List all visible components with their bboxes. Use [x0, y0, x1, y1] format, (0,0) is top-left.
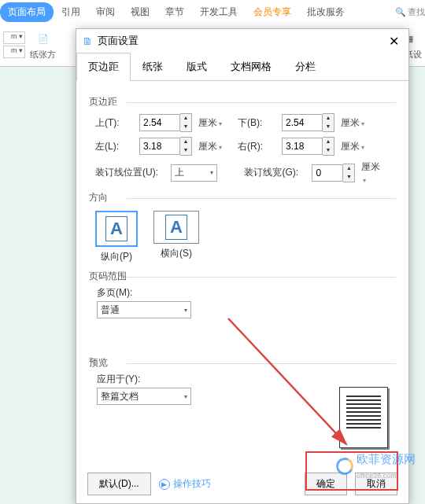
spin-up-icon[interactable]: ▲	[180, 114, 191, 123]
spin-up-icon[interactable]: ▲	[323, 114, 334, 123]
orientation-landscape[interactable]: A 横向(S)	[153, 211, 199, 263]
help-icon: ▶	[159, 479, 170, 490]
group-preview: 预览	[89, 356, 396, 370]
spin-down-icon[interactable]: ▼	[323, 123, 334, 131]
spin-down-icon[interactable]: ▼	[180, 123, 191, 131]
search-icon: 🔍	[395, 7, 406, 17]
orientation-portrait[interactable]: A 纵向(P)	[95, 211, 138, 263]
ribbon-tab-references[interactable]: 引用	[54, 2, 88, 22]
label-left: 左(L):	[95, 140, 135, 153]
input-gutter-width[interactable]: ▲▼	[312, 164, 355, 182]
unit-bottom[interactable]: 厘米	[341, 116, 364, 130]
input-left[interactable]: ▲▼	[139, 137, 192, 156]
ribbon-tab-layout[interactable]: 页面布局	[0, 2, 54, 22]
tab-paper[interactable]: 纸张	[131, 53, 175, 80]
label-top: 上(T):	[95, 116, 135, 130]
ribbon-tab-correction[interactable]: 批改服务	[299, 2, 353, 22]
group-margins: 页边距	[89, 95, 396, 109]
label-bottom: 下(B):	[238, 116, 277, 130]
input-right[interactable]: ▲▼	[282, 137, 334, 156]
search-label: 查找	[408, 6, 425, 18]
unit-left[interactable]: 厘米	[198, 140, 222, 153]
unit-right[interactable]: 厘米	[341, 140, 364, 153]
default-button[interactable]: 默认(D)...	[87, 473, 151, 495]
dialog-icon: 🗎	[83, 35, 93, 47]
group-orientation: 方向	[89, 191, 396, 204]
preview-thumbnail	[339, 387, 388, 448]
spin-up-icon[interactable]: ▲	[180, 138, 191, 146]
label-apply-to: 应用于(Y):	[97, 373, 396, 386]
orientation-landscape-label: 横向(S)	[161, 247, 192, 260]
ok-button[interactable]: 确定	[305, 473, 347, 495]
paper-orientation-label: 纸张方	[30, 49, 56, 61]
label-right: 右(R):	[238, 140, 277, 153]
spin-down-icon[interactable]: ▼	[180, 146, 191, 155]
ribbon-tab-member[interactable]: 会员专享	[246, 2, 299, 22]
paper-orientation-icon[interactable]: 📄	[34, 30, 53, 49]
tips-link[interactable]: ▶ 操作技巧	[159, 477, 211, 491]
ribbon-tab-devtools[interactable]: 开发工具	[192, 2, 246, 22]
page-setup-dialog: 🗎 页面设置 ✕ 页边距 纸张 版式 文档网格 分栏 页边距 上(T): ▲▼ …	[76, 28, 409, 504]
label-gutter-width: 装订线宽(G):	[244, 166, 307, 179]
spin-up-icon[interactable]: ▲	[323, 138, 334, 146]
unit-gutter[interactable]: 厘米	[361, 160, 385, 185]
input-bottom[interactable]: ▲▼	[282, 113, 334, 132]
orientation-portrait-label: 纵向(P)	[101, 250, 132, 263]
tab-grid[interactable]: 文档网格	[219, 53, 283, 80]
label-multipage: 多页(M):	[97, 286, 396, 300]
group-page-range: 页码范围	[89, 270, 396, 283]
select-gutter-pos[interactable]: 上	[171, 164, 217, 182]
tab-layout[interactable]: 版式	[175, 53, 219, 80]
ribbon-tab-view[interactable]: 视图	[123, 2, 157, 22]
select-apply-to[interactable]: 整篇文档	[97, 388, 191, 405]
input-top[interactable]: ▲▼	[139, 113, 192, 132]
spin-down-icon[interactable]: ▼	[323, 146, 334, 155]
ribbon-tab-sections[interactable]: 章节	[157, 2, 192, 22]
dialog-title: 页面设置	[98, 34, 139, 48]
spin-down-icon[interactable]: ▼	[343, 173, 354, 182]
close-icon[interactable]: ✕	[386, 34, 402, 49]
ribbon-tab-review[interactable]: 审阅	[88, 2, 123, 22]
spin-up-icon[interactable]: ▲	[343, 164, 354, 173]
cancel-button[interactable]: 取消	[355, 473, 397, 495]
select-multipage[interactable]: 普通	[97, 301, 191, 318]
label-gutter-pos: 装订线位置(U):	[95, 166, 166, 179]
unit-top[interactable]: 厘米	[198, 116, 222, 130]
tab-columns[interactable]: 分栏	[283, 53, 327, 80]
tab-margins[interactable]: 页边距	[76, 53, 131, 81]
